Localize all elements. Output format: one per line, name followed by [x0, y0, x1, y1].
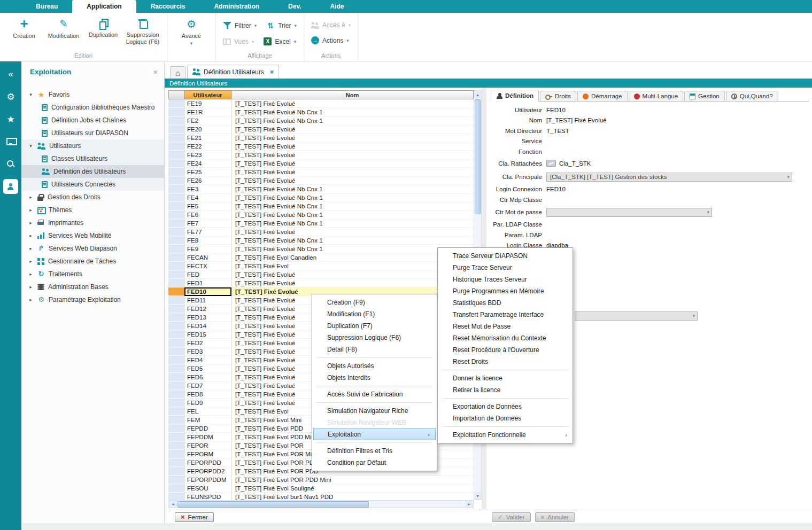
tree-item-configuration-bibliotheques-maestro[interactable]: Configuration Bibliothèques Maestro — [21, 101, 164, 114]
sub-reset-mot-de-passe[interactable]: Reset Mot de Passe — [438, 321, 573, 332]
field-login-connexion-value[interactable]: FED10 — [546, 186, 566, 192]
gear-icon[interactable]: ⚙ — [3, 89, 18, 104]
sub-reset-procedure-a-l-ouverture[interactable]: Reset Procédure à l'Ouverture — [438, 344, 573, 356]
user-row-fe22[interactable]: FE22[T_TEST] Fixé Evolué — [168, 142, 474, 151]
user-row-fesou[interactable]: FESOU[T_TEST] Fixé Evol Souligné — [168, 484, 474, 493]
menu-dev[interactable]: Dev. — [274, 0, 315, 13]
sub-historique-traces-serveur[interactable]: Historique Traces Serveur — [438, 274, 573, 285]
ctx-condition-par-defaut[interactable]: Condition par Défaut — [312, 457, 437, 469]
field-nom-value[interactable]: [T_TEST] Fixé Evolué — [546, 117, 606, 123]
field-cla-rattachees-value[interactable]: Cla_T_STK — [546, 160, 591, 167]
user-row-feunspdd[interactable]: FEUNSPDD[T_TEST] Fixé Evol bur1 Nav1 PDD — [168, 493, 474, 500]
ctx-creation-f9[interactable]: Création (F9) — [312, 297, 437, 308]
scroll-down-arrow-icon[interactable]: ▼ — [474, 492, 481, 500]
tree-item-parametrage-exploitation[interactable]: ▸⚙Paramétrage Exploitation — [21, 293, 164, 306]
star-icon[interactable]: ★ — [3, 112, 18, 127]
user-row-fe25[interactable]: FE25[T_TEST] Fixé Evolué — [168, 168, 474, 176]
chevron-right-icon[interactable]: ▸ — [28, 259, 34, 264]
vues-button[interactable]: Vues▾ — [220, 36, 257, 46]
sub-statistiques-bdd[interactable]: Statistiques BDD — [438, 297, 573, 309]
menu-administration[interactable]: Administration — [199, 0, 274, 13]
ctx-duplication-f7[interactable]: Duplication (F7) — [312, 320, 437, 332]
fermer-button[interactable]: × Fermer — [175, 512, 214, 522]
menu-raccourcis[interactable]: Raccourcis — [136, 0, 200, 13]
chevron-right-icon[interactable]: ▸ — [28, 246, 34, 251]
ctx-objets-autorises[interactable]: Objets Autorisés — [312, 360, 437, 372]
horizontal-scrollbar[interactable]: ◄ ► — [168, 500, 474, 508]
user-row-fe19[interactable]: FE19[T_TEST] Fixé Evolué — [168, 99, 474, 108]
column-header-utilisateur[interactable]: Utilisateur — [184, 90, 231, 99]
sub-purge-trace-serveur[interactable]: Purge Trace Serveur — [438, 262, 573, 274]
chevron-right-icon[interactable]: ▸ — [28, 297, 34, 302]
user-row-fecan[interactable]: FECAN[T_TEST] Fixé Evol Canadien — [168, 253, 474, 262]
ctx-objets-interdits[interactable]: Objets Interdits — [312, 372, 437, 384]
user-row-fed1[interactable]: FED1[T_TEST] Fixé Evolué — [168, 279, 474, 287]
sub-reset-droits[interactable]: Reset Droits — [438, 356, 573, 368]
creation-button[interactable]: +Création — [4, 15, 44, 48]
trier-button[interactable]: ⇅Trier▾ — [264, 20, 299, 31]
user-row-fe23[interactable]: FE23[T_TEST] Fixé Evolué — [168, 151, 474, 159]
chevron-right-icon[interactable]: ▸ — [28, 194, 34, 200]
chevron-down-icon[interactable]: ▾ — [28, 92, 34, 97]
user-admin-icon[interactable] — [3, 179, 18, 194]
chevron-right-icon[interactable]: ▸ — [28, 284, 34, 290]
scroll-right-arrow-icon[interactable]: ► — [465, 501, 473, 508]
duplication-button[interactable]: Duplication — [83, 15, 123, 48]
sub-reset-memorisation-du-contexte[interactable]: Reset Mémorisation du Contexte — [438, 332, 573, 344]
ctx-suppression-logique-f6[interactable]: Suppression Logique (F6) — [312, 332, 437, 344]
suppression-logique-f6-button[interactable]: Suppression Logique (F6) — [123, 15, 163, 48]
detail-tab-multi-langue[interactable]: Multi-Langue — [629, 91, 683, 101]
detail-tab-demarrage[interactable]: Démarrage — [577, 91, 628, 101]
sub-exportation-de-donnees[interactable]: Exportation de Données — [438, 401, 573, 412]
avance-button[interactable]: ⚙Avancé▾ — [172, 15, 211, 48]
tree-item-administration-bases[interactable]: ▸Administration Bases — [21, 280, 164, 293]
actions-button[interactable]: →Actions▾ — [308, 35, 352, 45]
tree-item-definition-jobs-et-chaines[interactable]: Définition Jobs et Chaînes — [21, 114, 164, 127]
chevron-right-icon[interactable]: ▸ — [28, 271, 34, 277]
user-row-fe8[interactable]: FE8[T_TEST] Fixé Evolué Nb Cnx 1 — [168, 236, 474, 245]
tree-item-gestion-des-droits[interactable]: ▸Gestion des Droits — [21, 191, 164, 204]
tree-item-traitements[interactable]: ▸↻Traitements — [21, 268, 164, 280]
scroll-left-arrow-icon[interactable]: ◄ — [169, 501, 177, 508]
tab-close-icon[interactable]: × — [270, 68, 274, 76]
user-row-fe1r[interactable]: FE1R[T_TEST] Fixé Evolué Nb Cnx 1 — [168, 108, 474, 116]
user-row-fectx[interactable]: FECTX[T_TEST] Fixé Evol — [168, 262, 474, 270]
user-row-fe26[interactable]: FE26[T_TEST] Fixé Evolué — [168, 176, 474, 185]
acces-a-button[interactable]: Accès à▾ — [308, 20, 353, 30]
user-row-fe24[interactable]: FE24[T_TEST] Fixé Evolué — [168, 159, 474, 168]
tree-item-gestionnaire-de-taches[interactable]: ▸Gestionnaire de Tâches — [21, 255, 164, 268]
annuler-button[interactable]: ×Annuler — [535, 512, 575, 522]
ctx-simulation-navigateur-web[interactable]: Simulation Navigateur WEB — [312, 417, 437, 428]
ctx-modification-f1[interactable]: Modification (F1) — [312, 308, 437, 320]
chevron-right-icon[interactable]: ▸ — [28, 233, 34, 238]
ctx-simulation-navigateur-riche[interactable]: Simulation Navigateur Riche — [312, 405, 437, 417]
tree-item-services-web-diapason[interactable]: ▸↱Services Web Diapason — [21, 242, 164, 255]
sub-purge-programmes-en-memoire[interactable]: Purge Programmes en Mémoire — [438, 285, 573, 297]
vertical-scroll-thumb[interactable] — [475, 99, 481, 214]
tree-item-themes[interactable]: ▸Thèmes — [21, 204, 164, 216]
ctx-acces-suivi-de-fabrication[interactable]: Accès Suivi de Fabrication — [312, 388, 437, 400]
menu-aide[interactable]: Aide — [316, 0, 359, 13]
ctx-definition-filtres-et-tris[interactable]: Définition Filtres et Tris — [312, 445, 437, 457]
filtrer-button[interactable]: Filtrer▾ — [220, 20, 259, 31]
tree-item-classes-utilisateurs[interactable]: Classes Utilisateurs — [21, 152, 164, 165]
tab-home[interactable]: ⌂ — [170, 66, 185, 79]
tree-item-utilisateurs-sur-diapason[interactable]: Utilisateurs sur DIAPASON — [21, 127, 164, 139]
field-utilisateur-value[interactable]: FED10 — [546, 107, 566, 113]
search-icon[interactable] — [3, 157, 18, 172]
sub-trace-serveur-diapason[interactable]: Trace Serveur DIAPASON — [438, 250, 573, 262]
user-row-fe21[interactable]: FE21[T_TEST] Fixé Evolué — [168, 134, 474, 142]
tree-item-utilisateurs[interactable]: ▾Utilisateurs — [21, 139, 164, 152]
chevron-down-icon[interactable]: ▾ — [28, 143, 34, 149]
user-row-fe9[interactable]: FE9[T_TEST] Fixé Evolué Nb Cnx 1 — [168, 245, 474, 253]
detail-tab-droits[interactable]: Droits — [540, 91, 576, 101]
user-row-feporpddm[interactable]: FEPORPDDM[T_TEST] Fixé Evol POR PDD Mini — [168, 476, 474, 484]
ctx-detail-f8[interactable]: Détail (F8) — [312, 344, 437, 355]
tree-item-services-web-mobilite[interactable]: ▸Services Web Mobilité — [21, 229, 164, 242]
valider-button[interactable]: ✓Valider — [492, 512, 531, 522]
detail-tab-qui-quand[interactable]: Qui,Quand? — [726, 91, 778, 101]
menu-bureau[interactable]: Bureau — [21, 0, 72, 13]
extra-select[interactable]: ▾ — [575, 311, 698, 321]
user-row-fe4[interactable]: FE4[T_TEST] Fixé Evolué Nb Cnx 1 — [168, 193, 474, 202]
tree-item-imprimantes[interactable]: ▸Imprimantes — [21, 216, 164, 229]
